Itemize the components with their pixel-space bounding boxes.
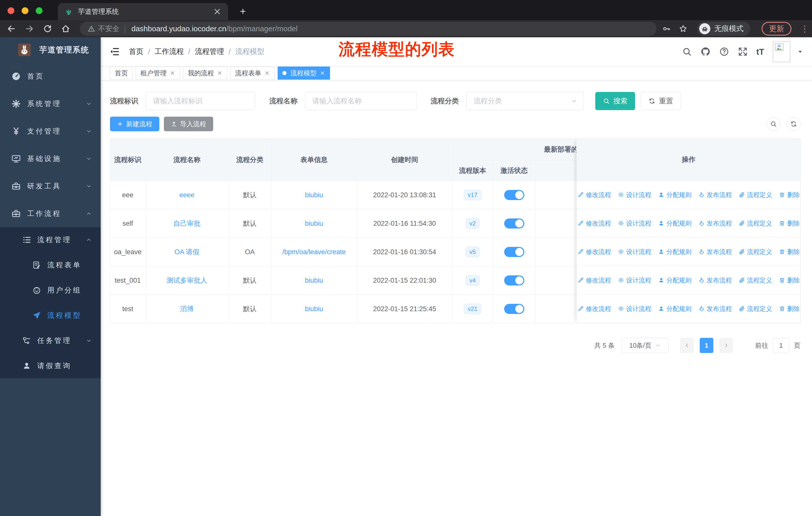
definition-action-link[interactable]: 流程定义 xyxy=(738,305,772,313)
search-button[interactable]: 搜索 xyxy=(595,92,635,110)
definition-action-link[interactable]: 流程定义 xyxy=(738,276,772,284)
delete-action-link[interactable]: 删除 xyxy=(779,276,800,284)
search-icon[interactable] xyxy=(682,47,692,57)
tag-首页[interactable]: 首页 xyxy=(110,66,133,80)
sidebar-item-process-form[interactable]: 流程表单 xyxy=(0,252,101,278)
active-toggle[interactable] xyxy=(504,218,524,228)
process-id-input[interactable] xyxy=(146,92,255,110)
assign-action-link[interactable]: 分配规则 xyxy=(658,305,692,313)
tag-close-icon[interactable] xyxy=(320,70,325,76)
active-toggle[interactable] xyxy=(504,275,524,286)
design-action-link[interactable]: 设计流程 xyxy=(618,276,651,284)
sidebar-item-payment[interactable]: 支付管理 xyxy=(0,117,101,145)
create-process-button[interactable]: 新建流程 xyxy=(110,117,159,131)
definition-action-link[interactable]: 流程定义 xyxy=(738,219,772,227)
sidebar-item-infra[interactable]: 基础设施 xyxy=(0,145,101,172)
assign-action-link[interactable]: 分配规则 xyxy=(658,219,692,227)
modify-action-link[interactable]: 修改流程 xyxy=(577,191,611,199)
assign-action-link[interactable]: 分配规则 xyxy=(658,191,692,199)
publish-action-link[interactable]: 发布流程 xyxy=(698,276,732,284)
toggle-search-button[interactable] xyxy=(767,117,780,131)
publish-action-link[interactable]: 发布流程 xyxy=(698,219,732,227)
minimize-window-button[interactable] xyxy=(22,7,28,14)
process-name-link[interactable]: 自己审批 xyxy=(173,220,201,227)
goto-page-input[interactable] xyxy=(773,338,789,353)
sidebar-item-user-group[interactable]: 用户分组 xyxy=(0,278,101,303)
breadcrumb-item[interactable]: 首页 xyxy=(129,47,143,57)
sidebar-item-task-mgmt[interactable]: 任务管理 xyxy=(0,328,101,353)
delete-action-link[interactable]: 删除 xyxy=(779,248,800,256)
next-page-button[interactable] xyxy=(719,338,733,353)
form-info-link[interactable]: biubiu xyxy=(305,220,323,227)
modify-action-link[interactable]: 修改流程 xyxy=(577,248,611,256)
github-icon[interactable] xyxy=(700,47,710,57)
modify-action-link[interactable]: 修改流程 xyxy=(577,276,611,284)
design-action-link[interactable]: 设计流程 xyxy=(618,219,651,227)
browser-tab[interactable]: 芋道管理系统 xyxy=(58,3,228,20)
app-logo-row[interactable]: 芋道管理系统 xyxy=(0,37,101,62)
sidebar-item-home[interactable]: 首页 xyxy=(0,62,101,90)
tag-流程模型[interactable]: 流程模型 xyxy=(278,66,330,80)
avatar[interactable] xyxy=(773,41,790,62)
form-info-link[interactable]: biubiu xyxy=(305,277,323,284)
maximize-window-button[interactable] xyxy=(36,7,42,14)
sidebar-item-leave-query[interactable]: 请假查询 xyxy=(0,353,101,378)
home-icon[interactable] xyxy=(61,24,70,33)
category-select[interactable]: 流程分类 xyxy=(466,92,584,110)
key-icon[interactable] xyxy=(662,24,671,33)
process-name-link[interactable]: 滔博 xyxy=(180,305,194,313)
process-name-link[interactable]: 测试多审批人 xyxy=(167,277,207,284)
collapse-sidebar-icon[interactable] xyxy=(109,46,120,57)
prev-page-button[interactable] xyxy=(680,338,694,353)
sidebar-item-process-model[interactable]: 流程模型 xyxy=(0,303,101,328)
publish-action-link[interactable]: 发布流程 xyxy=(698,305,732,313)
reload-icon[interactable] xyxy=(43,24,52,33)
assign-action-link[interactable]: 分配规则 xyxy=(658,276,692,284)
design-action-link[interactable]: 设计流程 xyxy=(618,248,651,256)
sidebar-item-process-mgmt[interactable]: 流程管理 xyxy=(0,227,101,252)
page-number-button[interactable]: 1 xyxy=(700,338,713,353)
security-label[interactable]: 不安全 xyxy=(98,24,119,33)
process-name-link[interactable]: eeee xyxy=(179,191,194,199)
sidebar-item-workflow[interactable]: 工作流程 xyxy=(0,200,101,227)
back-icon[interactable] xyxy=(6,24,16,33)
tab-close-icon[interactable] xyxy=(213,7,222,16)
delete-action-link[interactable]: 删除 xyxy=(779,219,800,227)
browser-menu-icon[interactable]: ⋮ xyxy=(801,24,806,34)
address-bar[interactable]: 不安全 dashboard.yudao.iocoder.cn /bpm/mana… xyxy=(80,22,657,36)
publish-action-link[interactable]: 发布流程 xyxy=(698,248,732,256)
modify-action-link[interactable]: 修改流程 xyxy=(577,305,611,313)
forward-icon[interactable] xyxy=(25,24,34,33)
caret-down-icon[interactable] xyxy=(797,48,804,55)
definition-action-link[interactable]: 流程定义 xyxy=(738,191,772,199)
tag-close-icon[interactable] xyxy=(217,70,223,76)
active-toggle[interactable] xyxy=(504,247,524,257)
new-tab-button[interactable] xyxy=(237,5,249,17)
reset-button[interactable]: 重置 xyxy=(641,92,681,110)
bookmark-star-icon[interactable] xyxy=(678,24,688,33)
tag-close-icon[interactable] xyxy=(170,70,175,76)
breadcrumb-item[interactable]: 工作流程 xyxy=(154,47,184,57)
active-toggle[interactable] xyxy=(504,190,524,200)
process-name-input[interactable] xyxy=(305,92,416,110)
delete-action-link[interactable]: 删除 xyxy=(779,191,800,199)
sidebar-item-devtools[interactable]: 研发工具 xyxy=(0,172,101,200)
tag-close-icon[interactable] xyxy=(264,70,270,76)
form-info-link[interactable]: /bpm/oa/leave/create xyxy=(282,248,346,256)
design-action-link[interactable]: 设计流程 xyxy=(618,191,651,199)
form-info-link[interactable]: biubiu xyxy=(305,191,323,199)
form-info-link[interactable]: biubiu xyxy=(305,305,323,313)
tag-我的流程[interactable]: 我的流程 xyxy=(183,66,227,80)
delete-action-link[interactable]: 删除 xyxy=(779,305,800,313)
assign-action-link[interactable]: 分配规则 xyxy=(658,248,692,256)
definition-action-link[interactable]: 流程定义 xyxy=(738,248,772,256)
help-icon[interactable] xyxy=(719,47,729,57)
design-action-link[interactable]: 设计流程 xyxy=(618,305,651,313)
breadcrumb-item[interactable]: 流程管理 xyxy=(195,47,224,57)
close-window-button[interactable] xyxy=(7,7,14,14)
sidebar-item-system[interactable]: 系统管理 xyxy=(0,90,101,117)
tag-租户管理[interactable]: 租户管理 xyxy=(136,66,180,80)
browser-update-button[interactable]: 更新 xyxy=(762,22,791,35)
import-process-button[interactable]: 导入流程 xyxy=(164,117,213,131)
font-size-icon[interactable]: tT xyxy=(756,48,764,56)
